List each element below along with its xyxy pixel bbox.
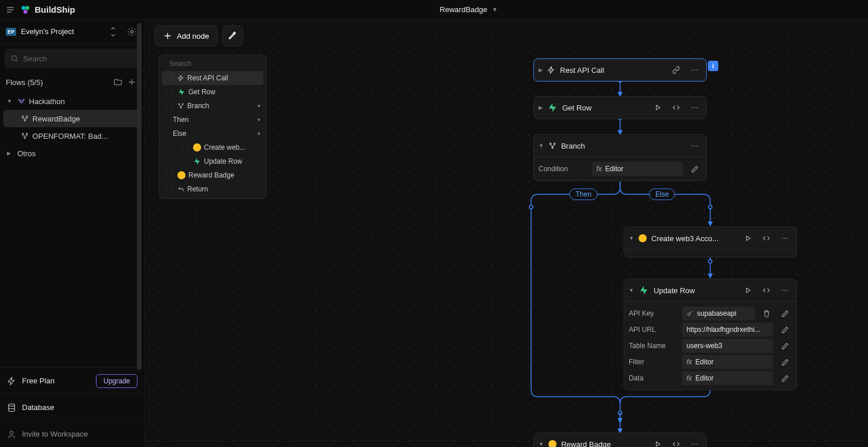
node-rest-api[interactable]: ▶ Rest API Call (533, 58, 707, 82)
code-icon[interactable] (759, 231, 773, 245)
add-node-label: Add node (177, 32, 209, 40)
api-url-value[interactable]: https://hlaxfhgndrxethi... (682, 323, 773, 337)
upgrade-button[interactable]: Upgrade (96, 374, 138, 388)
invite-link[interactable]: Invite to Workspace (0, 420, 144, 447)
condition-value[interactable]: fx Editor (592, 162, 683, 176)
add-node-button[interactable]: Add node (154, 25, 218, 46)
data-value[interactable]: fxEditor (682, 371, 773, 385)
magic-button[interactable] (222, 25, 243, 46)
node-reward-badge[interactable]: ▼ Reward Badge (533, 433, 707, 447)
condition-label: Condition (539, 165, 587, 173)
workflow-name: RewardBadge (440, 5, 487, 14)
link-icon[interactable] (669, 63, 683, 77)
pencil-icon[interactable] (778, 371, 792, 385)
more-icon[interactable] (688, 101, 702, 114)
trash-icon[interactable] (759, 306, 773, 320)
pencil-icon[interactable] (778, 306, 792, 320)
outline-item-create-web3[interactable]: ⋮⋮ Create web... (162, 141, 264, 154)
tree-item-openformat[interactable]: OPENFORMAT: Bad... (3, 127, 141, 145)
tree-label: RewardBadge (32, 114, 80, 123)
node-get-row[interactable]: ▶ Get Row (533, 96, 707, 119)
more-icon[interactable] (688, 63, 702, 77)
outline-item-rest-api[interactable]: ⋮⋮ Rest API Call (162, 71, 264, 85)
svg-point-16 (24, 10, 28, 14)
svg-point-14 (21, 6, 25, 10)
pencil-icon[interactable] (778, 323, 792, 337)
play-icon[interactable] (651, 437, 665, 447)
svg-point-17 (10, 431, 13, 434)
more-icon[interactable] (778, 283, 792, 297)
outline-item-else[interactable]: Else▼ (162, 127, 264, 141)
pencil-icon[interactable] (778, 339, 792, 353)
node-update-row[interactable]: ▼ Update Row API Key supabaseapi (624, 279, 797, 390)
flows-label: Flows (5/5) (6, 78, 43, 87)
sort-icon[interactable] (106, 25, 120, 39)
node-title: Rest API Call (560, 66, 665, 75)
info-badge[interactable]: i (708, 61, 718, 71)
tree-item-rewardbadge[interactable]: RewardBadge (3, 110, 141, 127)
workflow-selector[interactable]: RewardBadge ▼ (75, 5, 862, 14)
caret-down-icon[interactable]: ▼ (629, 235, 634, 241)
dot-icon (639, 234, 647, 242)
api-key-value[interactable]: supabaseapi (682, 306, 755, 320)
outline-item-then[interactable]: Then▼ (162, 113, 264, 127)
logo: BuildShip (20, 4, 75, 16)
node-create-web3[interactable]: ▼ Create web3 Acco... (624, 227, 797, 257)
outline-item-branch[interactable]: ⋮⋮ Branch▼ (162, 99, 264, 113)
then-label: Then (569, 189, 598, 200)
tree-item-hackathon[interactable]: ▼ Hackathon (3, 93, 141, 110)
outline-item-reward-badge[interactable]: ⋮⋮ Reward Badge (162, 168, 264, 182)
svg-point-15 (25, 6, 29, 10)
outline-search-input[interactable] (169, 60, 256, 68)
outline-item-return[interactable]: ⋮⋮ Return (162, 182, 264, 196)
folder-icon[interactable] (111, 75, 125, 89)
play-icon[interactable] (651, 101, 665, 114)
sidebar: EP Evelyn's Project Flows (5/5) ▼ Hackat… (0, 20, 145, 447)
plan-label: Free Plan (22, 376, 54, 385)
filter-value[interactable]: fxEditor (682, 355, 773, 369)
table-name-value[interactable]: users-web3 (682, 339, 773, 353)
pencil-icon[interactable] (778, 355, 792, 369)
database-label: Database (22, 403, 54, 412)
chevron-down-icon: ▼ (492, 6, 498, 13)
tree-label: OPENFORMAT: Bad... (32, 132, 108, 141)
scrollbar[interactable] (137, 23, 142, 370)
node-title: Create web3 Acco... (651, 234, 736, 243)
caret-down-icon[interactable]: ▼ (629, 287, 634, 293)
more-icon[interactable] (778, 231, 792, 245)
node-branch[interactable]: ▼ Branch Condition fx Editor (533, 134, 707, 181)
node-title: Reward Badge (561, 440, 646, 448)
else-label: Else (649, 189, 675, 200)
project-badge: EP (6, 28, 16, 36)
search-input[interactable] (23, 54, 134, 63)
play-icon[interactable] (741, 231, 755, 245)
svg-point-24 (618, 411, 622, 415)
svg-point-21 (709, 205, 712, 209)
code-icon[interactable] (669, 101, 683, 114)
canvas[interactable]: Add node ⋮⋮ Rest API Call ⋮⋮ Get Row ⋮⋮ (145, 20, 868, 447)
code-icon[interactable] (669, 437, 683, 447)
tree-item-otros[interactable]: ▶ Otros (3, 145, 141, 162)
caret-down-icon[interactable]: ▼ (539, 143, 544, 149)
caret-right-icon[interactable]: ▶ (539, 105, 543, 110)
play-icon[interactable] (741, 283, 755, 297)
code-icon[interactable] (759, 283, 773, 297)
caret-down-icon: ▼ (7, 98, 14, 104)
outline-panel: ⋮⋮ Rest API Call ⋮⋮ Get Row ⋮⋮ Branch▼ T… (159, 54, 266, 199)
outline-item-get-row[interactable]: ⋮⋮ Get Row (162, 85, 264, 99)
sidebar-search[interactable] (5, 49, 140, 68)
menu-toggle[interactable] (6, 5, 15, 14)
tree-label: Otros (17, 149, 36, 158)
svg-point-20 (529, 205, 533, 209)
database-link[interactable]: Database (0, 394, 144, 420)
more-icon[interactable] (688, 437, 702, 447)
node-title: Get Row (562, 104, 646, 112)
app-name: BuildShip (35, 5, 75, 14)
caret-down-icon[interactable]: ▼ (539, 441, 544, 447)
node-title: Update Row (654, 286, 736, 295)
outline-item-update-row[interactable]: ⋮⋮ Update Row (162, 154, 264, 168)
lines-icon[interactable] (259, 60, 260, 68)
more-icon[interactable] (688, 139, 702, 153)
caret-right-icon[interactable]: ▶ (539, 67, 543, 73)
pencil-icon[interactable] (688, 162, 702, 176)
